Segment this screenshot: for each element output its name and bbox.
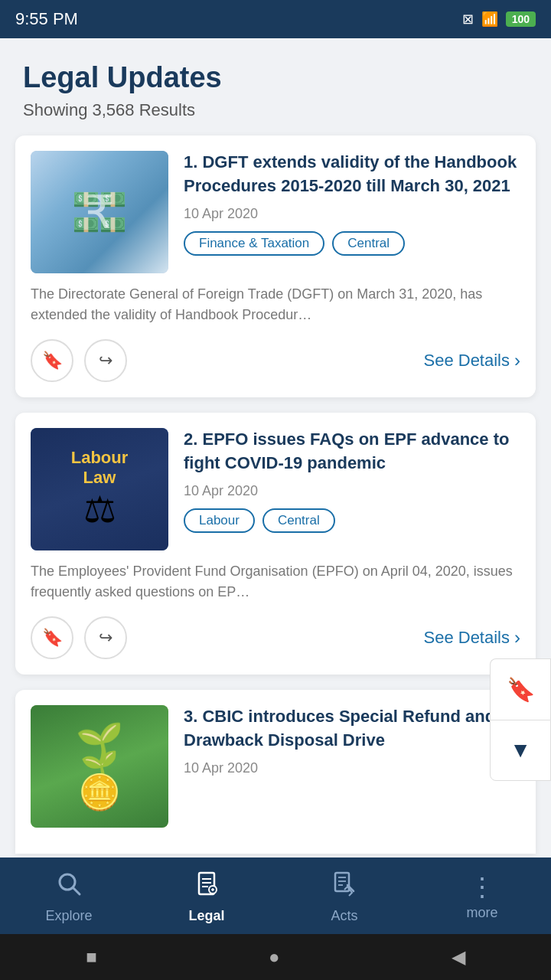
android-home-button[interactable]: ● bbox=[269, 946, 280, 968]
legal-label: Legal bbox=[188, 908, 224, 924]
card-2-image: LabourLaw ⚖ bbox=[31, 428, 168, 550]
status-icons: ⊠ 📶 100 bbox=[462, 11, 536, 28]
card-1-see-details[interactable]: See Details › bbox=[423, 350, 520, 371]
floating-buttons: 🔖 ▼ bbox=[490, 658, 551, 781]
nav-item-explore[interactable]: Explore bbox=[0, 870, 138, 924]
card-1-share-button[interactable]: ↪ bbox=[84, 339, 127, 382]
more-icon: ⋮ bbox=[469, 873, 495, 900]
legal-icon bbox=[193, 870, 220, 903]
svg-rect-9 bbox=[335, 873, 349, 891]
card-1-bookmark-button[interactable]: 🔖 bbox=[31, 339, 73, 382]
card-3-title: 3. CBIC introduces Special Refund and Dr… bbox=[184, 705, 520, 753]
floating-bookmark-button[interactable]: 🔖 bbox=[490, 658, 551, 720]
explore-label: Explore bbox=[45, 908, 92, 924]
card-1-date: 10 Apr 2020 bbox=[184, 206, 520, 222]
card-1-excerpt: The Directorate General of Foreign Trade… bbox=[31, 284, 520, 325]
card-1-tag-finance[interactable]: Finance & Taxation bbox=[184, 231, 324, 256]
card-1-actions: 🔖 ↪ See Details › bbox=[31, 339, 520, 382]
android-back-button[interactable]: ◀ bbox=[452, 946, 465, 968]
card-2: LabourLaw ⚖ 2. EPFO issues FAQs on EPF a… bbox=[15, 413, 536, 675]
card-2-date: 10 Apr 2020 bbox=[184, 483, 520, 499]
more-label: more bbox=[466, 905, 497, 921]
card-1-tags: Finance & Taxation Central bbox=[184, 231, 520, 256]
screen-record-icon: ⊠ bbox=[462, 11, 474, 28]
status-time: 9:55 PM bbox=[15, 9, 78, 29]
results-count: Showing 3,568 Results bbox=[23, 100, 528, 120]
status-bar: 9:55 PM ⊠ 📶 100 bbox=[0, 0, 551, 38]
card-3: 🌱 3. CBIC introduces Special Refund and … bbox=[15, 690, 536, 854]
nav-item-more[interactable]: ⋮ more bbox=[413, 873, 551, 921]
card-1-chevron-right-icon: › bbox=[514, 350, 520, 371]
card-1-tag-central[interactable]: Central bbox=[332, 231, 405, 256]
card-1-action-buttons: 🔖 ↪ bbox=[31, 339, 127, 382]
nav-item-legal[interactable]: Legal bbox=[138, 870, 276, 924]
card-3-info: 3. CBIC introduces Special Refund and Dr… bbox=[184, 705, 520, 828]
wifi-icon: 📶 bbox=[481, 11, 498, 28]
card-2-bookmark-button[interactable]: 🔖 bbox=[31, 616, 73, 659]
card-1: 💵💵 💵💵 1. DGFT extends validity of the Ha… bbox=[15, 136, 536, 397]
nav-item-acts[interactable]: Acts bbox=[276, 870, 413, 924]
card-2-tag-central[interactable]: Central bbox=[262, 508, 335, 533]
card-2-tags: Labour Central bbox=[184, 508, 520, 533]
card-3-top: 🌱 3. CBIC introduces Special Refund and … bbox=[31, 705, 520, 828]
card-1-title: 1. DGFT extends validity of the Handbook… bbox=[184, 151, 520, 198]
battery-icon: 100 bbox=[506, 11, 536, 27]
card-2-see-details-label: See Details bbox=[423, 628, 510, 648]
android-square-button[interactable]: ■ bbox=[86, 946, 97, 968]
card-2-actions: 🔖 ↪ See Details › bbox=[31, 616, 520, 659]
card-2-action-buttons: 🔖 ↪ bbox=[31, 616, 127, 659]
explore-icon bbox=[55, 870, 83, 903]
scales-icon: ⚖ bbox=[83, 488, 116, 531]
page-title: Legal Updates bbox=[23, 61, 528, 94]
svg-line-1 bbox=[73, 887, 80, 894]
card-2-share-button[interactable]: ↪ bbox=[84, 616, 127, 659]
acts-label: Acts bbox=[331, 908, 357, 924]
card-2-info: 2. EPFO issues FAQs on EPF advance to fi… bbox=[184, 428, 520, 550]
card-1-top: 💵💵 💵💵 1. DGFT extends validity of the Ha… bbox=[31, 151, 520, 273]
android-nav-bar: ■ ● ◀ bbox=[0, 934, 551, 980]
card-1-image: 💵💵 💵💵 bbox=[31, 151, 168, 273]
labour-book-text: LabourLaw bbox=[71, 448, 129, 488]
card-2-title: 2. EPFO issues FAQs on EPF advance to fi… bbox=[184, 428, 520, 475]
card-1-info: 1. DGFT extends validity of the Handbook… bbox=[184, 151, 520, 273]
card-2-top: LabourLaw ⚖ 2. EPFO issues FAQs on EPF a… bbox=[31, 428, 520, 550]
card-2-chevron-right-icon: › bbox=[514, 627, 520, 648]
card-3-image: 🌱 bbox=[31, 705, 168, 828]
card-3-date: 10 Apr 2020 bbox=[184, 760, 520, 776]
page-header: Legal Updates Showing 3,568 Results bbox=[0, 38, 551, 128]
acts-icon bbox=[331, 870, 358, 903]
bottom-nav: Explore Legal A bbox=[0, 858, 551, 934]
card-2-excerpt: The Employees' Provident Fund Organisati… bbox=[31, 561, 520, 603]
cards-container: 💵💵 💵💵 1. DGFT extends validity of the Ha… bbox=[0, 128, 551, 861]
card-1-see-details-label: See Details bbox=[423, 351, 510, 371]
card-2-tag-labour[interactable]: Labour bbox=[184, 508, 255, 533]
card-2-see-details[interactable]: See Details › bbox=[423, 627, 520, 648]
floating-filter-button[interactable]: ▼ bbox=[490, 720, 551, 781]
